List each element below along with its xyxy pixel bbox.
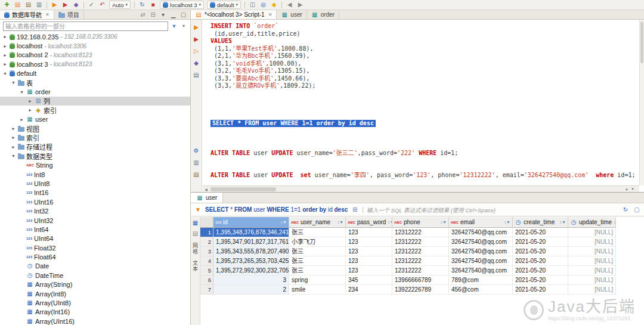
column-header-id[interactable]: 123id↕▼ [213,217,289,228]
tree-item[interactable]: ▸192.168.0.235 - 192.168.0.235:3306 [0,32,190,41]
settings-button[interactable]: ⚙ [192,147,200,154]
grid-cell[interactable]: 326427540@qq.com [449,228,513,237]
expand-filter-icon[interactable]: ⊞ [351,206,359,213]
grid-cell[interactable]: 2 [213,285,289,295]
save-file-button[interactable]: ▥ [192,159,200,166]
arrow-up-icon[interactable]: ▲ [625,187,628,191]
text-view-button[interactable]: ▤ [191,230,200,237]
grid-cell[interactable]: 456@com [449,285,513,295]
execute-statement-button[interactable]: ▶ [192,23,200,31]
tree-item[interactable]: ▸视图 [0,124,190,133]
expander-icon[interactable]: ▸ [11,144,16,150]
navigator-tab-0[interactable]: 数据库导航✕ [0,10,54,19]
grid-cell[interactable]: 2021-05-20 [513,256,568,266]
stop-button[interactable]: ■ [148,1,158,10]
column-header-phone[interactable]: ABCphone↕▼ [392,217,449,228]
execute-new-tab-button[interactable]: ▷ [192,47,200,55]
filter-funnel-icon[interactable]: ▼ [171,23,178,30]
grid-cell[interactable]: 3 [213,276,289,285]
export-result-button[interactable]: ▤ [192,71,200,79]
tree-item[interactable]: ▾default [0,69,190,78]
tree-item[interactable]: 123UInt8 [0,179,190,188]
scroll-left-icon[interactable]: ◀ [203,186,209,192]
scrollbar-thumb[interactable] [640,21,643,63]
grid-cell[interactable]: 2021-05-20 [513,228,568,237]
editor-tab-2[interactable]: ▦order [307,10,339,19]
tree-item[interactable]: 123UInt16 [0,197,190,206]
tree-item[interactable]: ▦Array(String) [0,280,190,289]
grid-cell[interactable]: 小李飞刀 [289,237,346,247]
row-number[interactable]: 4 [200,256,213,266]
results-tab-user[interactable]: ▦user [191,193,223,203]
grid-cell[interactable]: 123 [346,256,392,266]
tree-item[interactable]: ▾▦order [0,87,190,96]
tree-item[interactable]: 123Int8 [0,170,190,179]
grid-cell[interactable]: 345 [346,276,392,285]
tree-item[interactable]: ▸存储过程 [0,143,190,151]
expander-icon[interactable]: ▸ [2,44,8,49]
maximize-view-button[interactable]: ▢ [180,11,187,18]
grid-cell[interactable]: 1,395,347,901,827,317,761 [213,237,289,247]
load-file-button[interactable]: ▤ [192,171,200,178]
close-icon[interactable]: ✕ [268,12,273,17]
view-menu-button[interactable]: ▾ [160,11,166,18]
expander-icon[interactable]: ▾ [11,80,16,85]
sort-filter-icons[interactable]: ↕▼ [560,220,566,224]
transaction-mode-dropdown[interactable]: Auto▾ [109,1,131,9]
grid-cell[interactable]: 12312222 [392,237,449,247]
tree-item[interactable]: ▦Array(UInt16) [0,317,190,325]
tree-item[interactable]: 123UInt32 [0,216,190,225]
sort-filter-icons[interactable]: ↕▼ [388,220,392,224]
table-search-input[interactable] [3,21,168,31]
expander-icon[interactable]: ▾ [19,89,24,95]
forward-button[interactable]: ▶ [295,1,305,10]
sort-filter-icons[interactable]: ↕▼ [281,220,287,224]
sync-button[interactable]: ↻ [137,1,147,10]
row-number[interactable]: 5 [200,266,213,276]
back-button[interactable]: ◀ [284,1,295,10]
sort-filter-icons[interactable]: ↕▼ [504,220,510,224]
tree-item[interactable]: ▸localhost 2 - localhost:8123 [0,51,190,60]
grid-cell[interactable]: 123 [346,237,392,247]
scrollbar-thumb[interactable] [210,187,276,191]
grid-cell[interactable]: smile [289,285,346,295]
grid-cell[interactable]: [NULL] [568,228,616,237]
tree-item[interactable]: 123Int64 [0,225,190,234]
tree-item[interactable]: ◷Date [0,262,190,271]
expander-icon[interactable]: ▸ [2,61,8,67]
grid-cell[interactable]: 2021-05-20 [513,237,568,247]
grid-cell[interactable]: 1,395,348,376,878,346,241 [213,228,289,237]
active-connection-dropdown[interactable]: localhost 3▾ [160,1,204,9]
expander-icon[interactable]: ▾ [2,71,8,76]
column-header-user_name[interactable]: ABCuser_name↕▼ [289,217,346,228]
row-number[interactable]: 3 [200,247,213,256]
explain-plan-button[interactable]: ◆ [192,59,200,67]
grid-cell[interactable]: 326427540@qq.com [449,256,513,266]
tree-item[interactable]: ▸localhost 3 - localhost:8123 [0,60,190,69]
active-schema-dropdown[interactable]: default▾ [207,1,241,9]
tree-item[interactable]: ▦Array(UInt8) [0,298,190,307]
row-number[interactable]: 1 [200,228,213,237]
expander-icon[interactable]: ▸ [11,126,16,131]
new-connection-button[interactable]: ✚ [2,1,12,10]
link-editor-button[interactable]: ⇄ [140,11,146,18]
tree-item[interactable]: ▾数据类型 [0,151,190,160]
grid-cell[interactable]: 张三 [289,228,346,237]
column-header-email[interactable]: ABCemail↕▼ [449,217,513,228]
grid-cell[interactable]: 234 [346,285,392,295]
grid-cell[interactable]: 张三 [289,266,346,276]
grid-cell[interactable]: 1,395,272,992,300,232,705 [213,266,289,276]
grid-cell[interactable]: 12312222 [392,266,449,276]
expander-icon[interactable]: ▾ [11,153,16,159]
grid-cell[interactable]: 2021-05-20 [513,285,568,295]
sql-editor[interactable]: INSERT INTO `order` (id,user_id,title,pr… [203,20,639,185]
filter-input-icon[interactable]: ▼ [194,206,202,213]
explain-plan-button[interactable]: ◆ [71,1,81,10]
grid-cell[interactable]: 326427540@qq.com [449,237,513,247]
chevron-down-icon[interactable]: ▾ [180,23,187,30]
new-sql-editor-button[interactable]: ▤ [13,1,23,10]
tree-item[interactable]: 123UInt64 [0,234,190,243]
grid-cell[interactable]: 123 [346,247,392,256]
grid-cell[interactable]: 12312222 [392,228,449,237]
editor-vertical-scrollbar[interactable] [639,20,644,185]
